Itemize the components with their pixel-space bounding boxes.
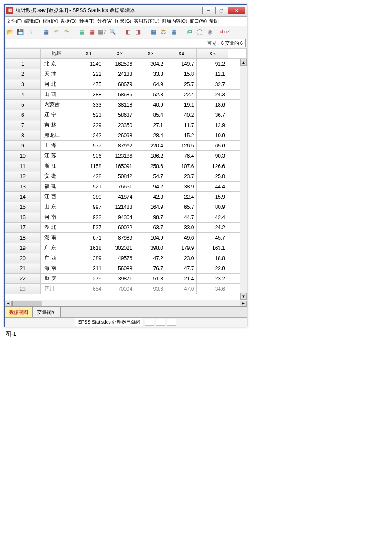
close-button[interactable]: ✕ [228, 7, 245, 14]
table-row[interactable]: 1北京1240162596304.2149.791.2 [5, 59, 247, 69]
cell-x4[interactable]: 11.7 [166, 120, 197, 130]
cell-region[interactable]: 山西 [40, 90, 73, 100]
cell-x1[interactable]: 1240 [73, 59, 104, 69]
cell-x1[interactable]: 1618 [73, 243, 104, 253]
col-x5[interactable]: X5 [197, 49, 228, 59]
cell-region[interactable]: 黑龙江 [40, 130, 73, 141]
cell-x5[interactable]: 32.7 [197, 79, 228, 90]
cell-x2[interactable]: 58637 [104, 110, 135, 120]
cell-x2[interactable]: 94364 [104, 212, 135, 223]
weight-cases-icon[interactable]: ⚖ [160, 28, 167, 36]
row-header[interactable]: 11 [5, 161, 41, 171]
cell-x1[interactable]: 222 [73, 69, 104, 79]
row-header[interactable]: 19 [5, 243, 41, 253]
table-row[interactable]: 17湖北5276002263.733.024.2 [5, 223, 247, 233]
row-header[interactable]: 2 [5, 69, 41, 79]
tab-variable-view[interactable]: 变量视图 [32, 307, 61, 317]
cell-x2[interactable]: 76651 [104, 182, 135, 192]
cell-region[interactable]: 重庆 [40, 274, 73, 284]
cell-region[interactable]: 福建 [40, 182, 73, 192]
cell-x3[interactable]: 98.7 [135, 212, 166, 223]
cell-x1[interactable]: 428 [73, 171, 104, 182]
cell-x3[interactable]: 398.0 [135, 243, 166, 253]
customize-icon[interactable]: ◉ [206, 28, 213, 36]
cell-x1[interactable]: 523 [73, 110, 104, 120]
cell-x5[interactable]: 163.1 [197, 243, 228, 253]
cell-x2[interactable]: 38118 [104, 100, 135, 110]
cell-region[interactable]: 海南 [40, 263, 73, 274]
cell-x1[interactable]: 997 [73, 202, 104, 212]
select-cases-icon[interactable]: ▦ [170, 28, 178, 36]
cell-x3[interactable]: 27.1 [135, 120, 166, 130]
row-header[interactable]: 4 [5, 90, 41, 100]
undo-icon[interactable]: ↶ [52, 28, 60, 36]
col-x4[interactable]: X4 [166, 49, 197, 59]
cell-x5[interactable]: 90.3 [197, 151, 228, 161]
table-row[interactable]: 12安徽4285084254.723.725.0 [5, 171, 247, 182]
cell-region[interactable]: 江西 [40, 192, 73, 202]
cell-x5[interactable]: 24.3 [197, 90, 228, 100]
cell-x1[interactable]: 906 [73, 151, 104, 161]
row-header[interactable]: 1 [5, 59, 41, 69]
cell-x1[interactable]: 527 [73, 223, 104, 233]
cell-x4[interactable]: 49.6 [166, 233, 197, 243]
cell-x1[interactable]: 311 [73, 263, 104, 274]
redo-icon[interactable]: ↷ [63, 28, 70, 36]
cell-x1[interactable]: 242 [73, 130, 104, 141]
cell-x2[interactable]: 23350 [104, 120, 135, 130]
cell-x4[interactable]: 76.4 [166, 151, 197, 161]
cell-x5[interactable]: 45.7 [197, 233, 228, 243]
cell-x3[interactable]: 164.9 [135, 202, 166, 212]
row-header[interactable]: 3 [5, 79, 41, 90]
cell-x4[interactable]: 126.5 [166, 141, 197, 151]
cell-x5[interactable]: 18.6 [197, 100, 228, 110]
table-row[interactable]: 10江苏906123186186.276.490.3 [5, 151, 247, 161]
table-row[interactable]: 3河北4756867964.925.732.7 [5, 79, 247, 90]
row-header[interactable]: 9 [5, 141, 41, 151]
cell-x2[interactable]: 58686 [104, 90, 135, 100]
variables-icon[interactable]: ▦? [98, 28, 106, 36]
cell-region[interactable]: 江苏 [40, 151, 73, 161]
cell-x4[interactable]: 25.7 [166, 79, 197, 90]
table-row[interactable]: 5内蒙古3333811840.919.118.6 [5, 100, 247, 110]
cell-x1[interactable]: 229 [73, 120, 104, 130]
cell-x3[interactable]: 63.7 [135, 223, 166, 233]
row-header[interactable]: 13 [5, 182, 41, 192]
cell-region[interactable]: 辽宁 [40, 110, 73, 120]
cell-x5[interactable]: 44.4 [197, 182, 228, 192]
cell-x5[interactable]: 126.6 [197, 161, 228, 171]
row-header[interactable]: 7 [5, 120, 41, 130]
row-header[interactable]: 15 [5, 202, 41, 212]
print-icon[interactable]: 🖨 [27, 28, 35, 36]
cell-x1[interactable]: 279 [73, 274, 104, 284]
cell-x5[interactable]: 24.2 [197, 223, 228, 233]
cell-x4[interactable]: 21.4 [166, 274, 197, 284]
scroll-up-button[interactable]: ▲ [240, 59, 247, 66]
table-row[interactable]: 7吉林2292335027.111.712.9 [5, 120, 247, 130]
row-header[interactable]: 16 [5, 212, 41, 223]
cell-x4[interactable]: 22.4 [166, 90, 197, 100]
cell-x4[interactable]: 47.7 [166, 263, 197, 274]
horizontal-scrollbar[interactable]: ◀ ▶ [5, 300, 247, 306]
cell-x4[interactable]: 22.4 [166, 192, 197, 202]
corner-cell[interactable] [5, 49, 41, 59]
cell-x4[interactable]: 15.8 [166, 69, 197, 79]
menu-addons[interactable]: 附加内容(O) [162, 18, 187, 24]
menu-data[interactable]: 数据(D) [61, 18, 76, 24]
vertical-scrollbar[interactable]: ▲ ▼ [240, 59, 247, 300]
cell-x1[interactable]: 577 [73, 141, 104, 151]
col-spare[interactable] [228, 49, 246, 59]
cell-x2[interactable]: 56088 [104, 263, 135, 274]
table-row[interactable]: 22重庆2793987151.321.423.2 [5, 274, 247, 284]
table-row[interactable]: 13福建5217665194.238.944.4 [5, 182, 247, 192]
insert-variable-icon[interactable]: ◨ [134, 28, 142, 36]
menu-file[interactable]: 文件(F) [6, 18, 22, 24]
cell-x1[interactable]: 654 [73, 284, 104, 294]
use-sets-icon[interactable]: ◯ [196, 28, 203, 36]
menu-edit[interactable]: 编辑(E) [24, 18, 40, 24]
menu-transform[interactable]: 转换(T) [79, 18, 95, 24]
cell-x5[interactable]: 65.6 [197, 141, 228, 151]
cell-x3[interactable]: 85.4 [135, 110, 166, 120]
cell-region[interactable]: 北京 [40, 59, 73, 69]
cell-x4[interactable]: 23.0 [166, 253, 197, 263]
